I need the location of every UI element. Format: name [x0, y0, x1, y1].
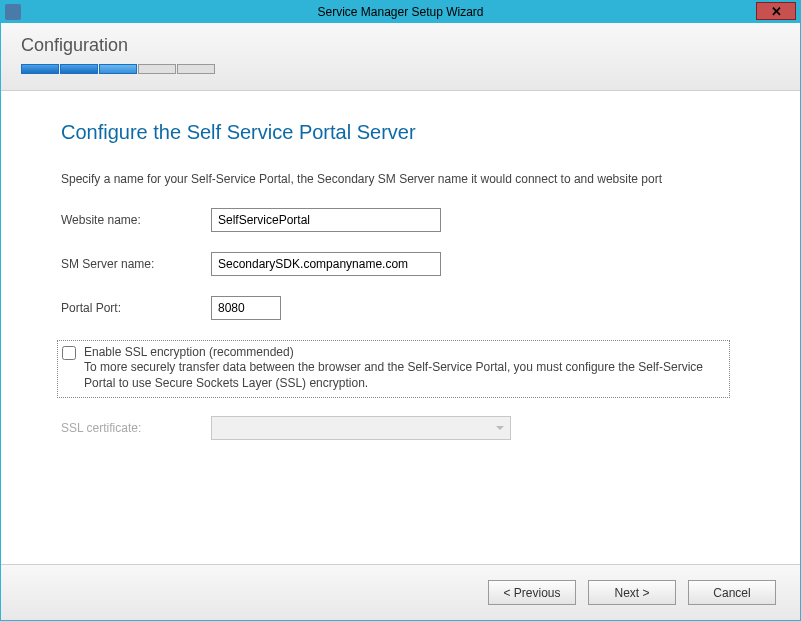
- wizard-window: Service Manager Setup Wizard ✕ Configura…: [0, 0, 801, 621]
- sm-server-label: SM Server name:: [61, 257, 211, 271]
- ssl-group: Enable SSL encryption (recommended) To m…: [57, 340, 730, 398]
- progress-bar: [21, 64, 780, 74]
- ssl-cert-combo: [211, 416, 511, 440]
- ssl-description: To more securely transfer data between t…: [84, 359, 721, 391]
- cancel-button[interactable]: Cancel: [688, 580, 776, 605]
- window-title: Service Manager Setup Wizard: [317, 5, 483, 19]
- footer: < Previous Next > Cancel: [1, 564, 800, 620]
- progress-step-4: [138, 64, 176, 74]
- ssl-checkbox[interactable]: [62, 346, 76, 360]
- progress-step-5: [177, 64, 215, 74]
- header-strip: Configuration: [1, 23, 800, 91]
- progress-step-3: [99, 64, 137, 74]
- close-button[interactable]: ✕: [756, 2, 796, 20]
- ssl-row: Enable SSL encryption (recommended) To m…: [62, 345, 721, 391]
- ssl-cert-label: SSL certificate:: [61, 421, 211, 435]
- portal-port-row: Portal Port:: [61, 296, 740, 320]
- sm-server-row: SM Server name:: [61, 252, 740, 276]
- ssl-text: Enable SSL encryption (recommended) To m…: [84, 345, 721, 391]
- ssl-title: Enable SSL encryption (recommended): [84, 345, 721, 359]
- website-name-row: Website name:: [61, 208, 740, 232]
- chevron-down-icon: [496, 426, 504, 430]
- previous-button[interactable]: < Previous: [488, 580, 576, 605]
- website-name-label: Website name:: [61, 213, 211, 227]
- close-icon: ✕: [771, 4, 782, 19]
- portal-port-label: Portal Port:: [61, 301, 211, 315]
- sm-server-input[interactable]: [211, 252, 441, 276]
- main-body: Configure the Self Service Portal Server…: [1, 91, 800, 564]
- website-name-input[interactable]: [211, 208, 441, 232]
- section-title: Configuration: [21, 35, 780, 56]
- content-area: Configuration Configure the Self Service…: [1, 23, 800, 620]
- instruction-text: Specify a name for your Self-Service Por…: [61, 172, 740, 186]
- progress-step-2: [60, 64, 98, 74]
- progress-step-1: [21, 64, 59, 74]
- ssl-cert-row: SSL certificate:: [61, 416, 740, 440]
- app-icon: [5, 4, 21, 20]
- portal-port-input[interactable]: [211, 296, 281, 320]
- next-button[interactable]: Next >: [588, 580, 676, 605]
- page-heading: Configure the Self Service Portal Server: [61, 121, 740, 144]
- titlebar: Service Manager Setup Wizard ✕: [1, 1, 800, 23]
